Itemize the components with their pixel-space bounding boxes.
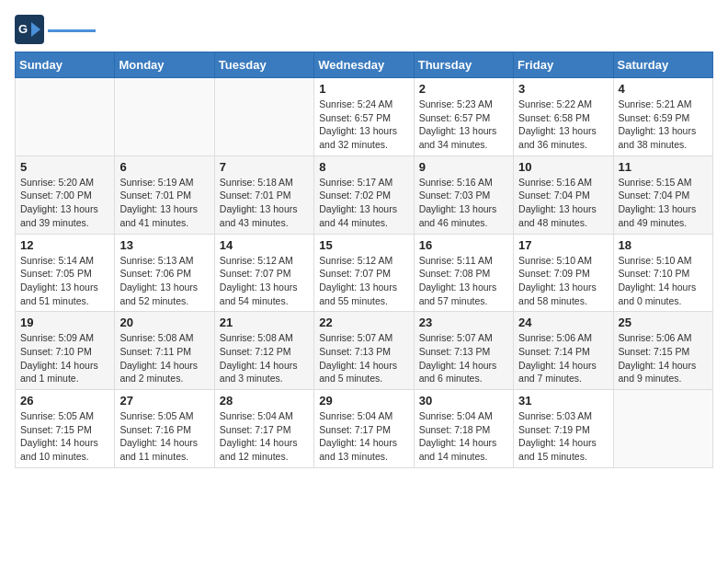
day-number: 27 xyxy=(119,394,209,408)
day-number: 12 xyxy=(20,238,109,252)
day-info: Sunrise: 5:13 AM Sunset: 7:06 PM Dayligh… xyxy=(119,254,209,308)
day-info: Sunrise: 5:06 AM Sunset: 7:14 PM Dayligh… xyxy=(518,331,608,385)
day-cell-23: 23Sunrise: 5:07 AM Sunset: 7:13 PM Dayli… xyxy=(414,312,513,390)
day-cell-5: 5Sunrise: 5:20 AM Sunset: 7:00 PM Daylig… xyxy=(16,155,115,234)
day-number: 15 xyxy=(319,238,408,252)
logo: G xyxy=(15,15,96,44)
day-cell-4: 4Sunrise: 5:21 AM Sunset: 6:59 PM Daylig… xyxy=(613,78,712,156)
day-info: Sunrise: 5:07 AM Sunset: 7:13 PM Dayligh… xyxy=(319,331,408,385)
day-number: 30 xyxy=(419,394,508,408)
day-number: 28 xyxy=(220,394,309,408)
day-info: Sunrise: 5:06 AM Sunset: 7:15 PM Dayligh… xyxy=(619,331,708,385)
day-info: Sunrise: 5:23 AM Sunset: 6:57 PM Dayligh… xyxy=(419,98,508,152)
day-number: 18 xyxy=(619,238,708,252)
day-cell-17: 17Sunrise: 5:10 AM Sunset: 7:09 PM Dayli… xyxy=(514,234,613,312)
logo-icon: G xyxy=(15,15,44,44)
day-info: Sunrise: 5:24 AM Sunset: 6:57 PM Dayligh… xyxy=(319,98,408,152)
day-cell-1: 1Sunrise: 5:24 AM Sunset: 6:57 PM Daylig… xyxy=(314,78,414,156)
day-cell-24: 24Sunrise: 5:06 AM Sunset: 7:14 PM Dayli… xyxy=(514,312,613,390)
day-cell-8: 8Sunrise: 5:17 AM Sunset: 7:02 PM Daylig… xyxy=(314,155,414,234)
day-info: Sunrise: 5:11 AM Sunset: 7:08 PM Dayligh… xyxy=(419,254,508,308)
week-row-5: 26Sunrise: 5:05 AM Sunset: 7:15 PM Dayli… xyxy=(16,390,713,468)
header-day-sunday: Sunday xyxy=(16,52,115,78)
day-cell-10: 10Sunrise: 5:16 AM Sunset: 7:04 PM Dayli… xyxy=(514,155,613,234)
day-info: Sunrise: 5:18 AM Sunset: 7:01 PM Dayligh… xyxy=(220,176,309,230)
day-number: 17 xyxy=(518,238,608,252)
day-number: 13 xyxy=(119,238,209,252)
day-cell-28: 28Sunrise: 5:04 AM Sunset: 7:17 PM Dayli… xyxy=(214,390,313,468)
day-info: Sunrise: 5:22 AM Sunset: 6:58 PM Dayligh… xyxy=(518,98,608,152)
day-number: 11 xyxy=(619,160,708,174)
day-cell-26: 26Sunrise: 5:05 AM Sunset: 7:15 PM Dayli… xyxy=(16,390,115,468)
day-info: Sunrise: 5:12 AM Sunset: 7:07 PM Dayligh… xyxy=(220,254,309,308)
day-cell-29: 29Sunrise: 5:04 AM Sunset: 7:17 PM Dayli… xyxy=(314,390,414,468)
day-info: Sunrise: 5:05 AM Sunset: 7:15 PM Dayligh… xyxy=(20,409,109,464)
day-number: 26 xyxy=(20,394,109,408)
empty-cell xyxy=(115,78,214,156)
day-number: 23 xyxy=(419,316,508,329)
day-info: Sunrise: 5:04 AM Sunset: 7:17 PM Dayligh… xyxy=(319,409,408,464)
day-number: 7 xyxy=(220,160,309,174)
day-number: 20 xyxy=(119,316,209,329)
header-row: SundayMondayTuesdayWednesdayThursdayFrid… xyxy=(16,52,713,78)
day-cell-6: 6Sunrise: 5:19 AM Sunset: 7:01 PM Daylig… xyxy=(115,155,214,234)
day-number: 10 xyxy=(518,160,608,174)
day-number: 9 xyxy=(419,160,508,174)
day-number: 22 xyxy=(319,316,408,329)
day-cell-16: 16Sunrise: 5:11 AM Sunset: 7:08 PM Dayli… xyxy=(414,234,513,312)
day-number: 25 xyxy=(619,316,708,329)
day-info: Sunrise: 5:08 AM Sunset: 7:11 PM Dayligh… xyxy=(119,331,209,385)
day-number: 21 xyxy=(220,316,309,329)
week-row-1: 1Sunrise: 5:24 AM Sunset: 6:57 PM Daylig… xyxy=(16,78,713,156)
day-cell-2: 2Sunrise: 5:23 AM Sunset: 6:57 PM Daylig… xyxy=(414,78,513,156)
day-cell-15: 15Sunrise: 5:12 AM Sunset: 7:07 PM Dayli… xyxy=(314,234,414,312)
day-info: Sunrise: 5:19 AM Sunset: 7:01 PM Dayligh… xyxy=(119,176,209,230)
header-day-friday: Friday xyxy=(514,52,613,78)
day-info: Sunrise: 5:03 AM Sunset: 7:19 PM Dayligh… xyxy=(518,409,608,464)
day-cell-19: 19Sunrise: 5:09 AM Sunset: 7:10 PM Dayli… xyxy=(16,312,115,390)
day-info: Sunrise: 5:14 AM Sunset: 7:05 PM Dayligh… xyxy=(20,254,109,308)
day-cell-3: 3Sunrise: 5:22 AM Sunset: 6:58 PM Daylig… xyxy=(514,78,613,156)
day-cell-30: 30Sunrise: 5:04 AM Sunset: 7:18 PM Dayli… xyxy=(414,390,513,468)
day-number: 4 xyxy=(619,82,708,96)
day-number: 16 xyxy=(419,238,508,252)
empty-cell xyxy=(16,78,115,156)
header-day-wednesday: Wednesday xyxy=(314,52,414,78)
day-info: Sunrise: 5:09 AM Sunset: 7:10 PM Dayligh… xyxy=(20,331,109,385)
empty-cell xyxy=(613,390,712,468)
day-cell-11: 11Sunrise: 5:15 AM Sunset: 7:04 PM Dayli… xyxy=(613,155,712,234)
day-cell-22: 22Sunrise: 5:07 AM Sunset: 7:13 PM Dayli… xyxy=(314,312,414,390)
day-info: Sunrise: 5:21 AM Sunset: 6:59 PM Dayligh… xyxy=(619,98,708,152)
day-cell-20: 20Sunrise: 5:08 AM Sunset: 7:11 PM Dayli… xyxy=(115,312,214,390)
day-cell-18: 18Sunrise: 5:10 AM Sunset: 7:10 PM Dayli… xyxy=(613,234,712,312)
day-number: 31 xyxy=(518,394,608,408)
day-cell-21: 21Sunrise: 5:08 AM Sunset: 7:12 PM Dayli… xyxy=(214,312,313,390)
day-cell-9: 9Sunrise: 5:16 AM Sunset: 7:03 PM Daylig… xyxy=(414,155,513,234)
day-number: 3 xyxy=(518,82,608,96)
day-cell-12: 12Sunrise: 5:14 AM Sunset: 7:05 PM Dayli… xyxy=(16,234,115,312)
day-cell-25: 25Sunrise: 5:06 AM Sunset: 7:15 PM Dayli… xyxy=(613,312,712,390)
day-info: Sunrise: 5:04 AM Sunset: 7:18 PM Dayligh… xyxy=(419,409,508,464)
day-info: Sunrise: 5:08 AM Sunset: 7:12 PM Dayligh… xyxy=(220,331,309,385)
day-cell-13: 13Sunrise: 5:13 AM Sunset: 7:06 PM Dayli… xyxy=(115,234,214,312)
header-day-thursday: Thursday xyxy=(414,52,513,78)
header-day-monday: Monday xyxy=(115,52,214,78)
day-info: Sunrise: 5:10 AM Sunset: 7:09 PM Dayligh… xyxy=(518,254,608,308)
calendar-table: SundayMondayTuesdayWednesdayThursdayFrid… xyxy=(15,52,713,468)
day-cell-31: 31Sunrise: 5:03 AM Sunset: 7:19 PM Dayli… xyxy=(514,390,613,468)
day-number: 1 xyxy=(319,82,408,96)
day-info: Sunrise: 5:05 AM Sunset: 7:16 PM Dayligh… xyxy=(119,409,209,464)
day-cell-14: 14Sunrise: 5:12 AM Sunset: 7:07 PM Dayli… xyxy=(214,234,313,312)
day-number: 14 xyxy=(220,238,309,252)
day-info: Sunrise: 5:10 AM Sunset: 7:10 PM Dayligh… xyxy=(619,254,708,308)
svg-text:G: G xyxy=(18,22,28,36)
header-day-saturday: Saturday xyxy=(613,52,712,78)
day-number: 6 xyxy=(119,160,209,174)
day-info: Sunrise: 5:20 AM Sunset: 7:00 PM Dayligh… xyxy=(20,176,109,230)
header-day-tuesday: Tuesday xyxy=(214,52,313,78)
header: G xyxy=(15,15,713,44)
day-info: Sunrise: 5:12 AM Sunset: 7:07 PM Dayligh… xyxy=(319,254,408,308)
day-info: Sunrise: 5:07 AM Sunset: 7:13 PM Dayligh… xyxy=(419,331,508,385)
day-number: 5 xyxy=(20,160,109,174)
week-row-3: 12Sunrise: 5:14 AM Sunset: 7:05 PM Dayli… xyxy=(16,234,713,312)
